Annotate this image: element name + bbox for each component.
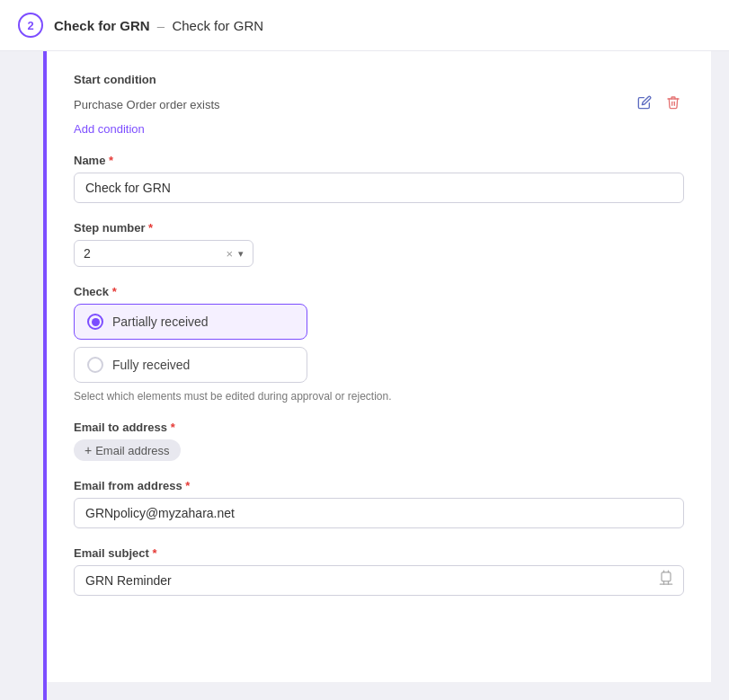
- email-to-label: Email to address *: [74, 421, 684, 434]
- email-tag-container: + Email address: [74, 439, 684, 461]
- email-from-label: Email from address *: [74, 479, 684, 492]
- check-required-star: *: [112, 285, 117, 298]
- radio-option-fully[interactable]: Fully received: [74, 347, 307, 383]
- email-subject-field-group: Email subject *: [74, 546, 684, 596]
- name-input[interactable]: [74, 173, 684, 203]
- step-number: 2: [27, 19, 33, 32]
- step-number-arrow[interactable]: ▾: [238, 248, 244, 260]
- title-separator: –: [157, 18, 164, 33]
- start-condition-label: Start condition: [74, 73, 684, 86]
- email-subject-label: Email subject *: [74, 546, 684, 560]
- email-from-input[interactable]: [74, 498, 684, 528]
- radio-options: Partially received Fully received: [74, 304, 684, 383]
- step-title-main: Check for GRN: [54, 18, 150, 33]
- step-number-field-group: Step number * 2 × ▾: [74, 221, 684, 267]
- condition-actions: [634, 92, 684, 117]
- email-from-required-star: *: [185, 479, 190, 492]
- check-field-label: Check *: [74, 285, 684, 298]
- page-container: 2 Check for GRN – Check for GRN Start co…: [0, 0, 729, 700]
- add-condition-link[interactable]: Add condition: [74, 122, 684, 136]
- step-number-controls: × ▾: [226, 247, 244, 261]
- radio-circle-fully: [87, 357, 103, 373]
- radio-label-fully: Fully received: [112, 358, 190, 372]
- name-field-label: Name *: [74, 154, 684, 167]
- email-subject-wrapper: [74, 565, 684, 596]
- email-from-field-group: Email from address *: [74, 479, 684, 528]
- delete-icon: [666, 95, 680, 113]
- name-field-group: Name *: [74, 154, 684, 203]
- email-tag-label: Email address: [95, 444, 169, 457]
- email-to-field-group: Email to address * + Email address: [74, 421, 684, 461]
- step-number-value: 2: [84, 246, 226, 261]
- step-number-field-label: Step number *: [74, 221, 684, 235]
- condition-text: Purchase Order order exists: [74, 98, 220, 111]
- email-subject-input[interactable]: [74, 565, 684, 596]
- radio-circle-partially: [87, 314, 103, 330]
- name-required-star: *: [109, 154, 113, 167]
- content-wrapper: Start condition Purchase Order order exi…: [0, 51, 729, 700]
- check-field-group: Check * Partially received Fully recei: [74, 285, 684, 403]
- radio-label-partially: Partially received: [112, 315, 209, 329]
- email-tag-plus-icon: +: [84, 443, 92, 457]
- stamp-icon: [657, 570, 675, 592]
- step-number-clear[interactable]: ×: [226, 247, 233, 261]
- step-header: 2 Check for GRN – Check for GRN: [0, 0, 729, 51]
- form-panel: Start condition Purchase Order order exi…: [47, 51, 711, 682]
- condition-row: Purchase Order order exists: [74, 92, 684, 117]
- edit-condition-button[interactable]: [634, 92, 655, 117]
- email-to-required-star: *: [171, 421, 175, 434]
- step-number-dropdown[interactable]: 2 × ▾: [74, 240, 253, 267]
- email-subject-required-star: *: [152, 546, 156, 560]
- delete-condition-button[interactable]: [662, 92, 684, 117]
- step-subtitle: Check for GRN: [172, 18, 263, 33]
- svg-rect-0: [662, 572, 671, 581]
- check-help-text: Select which elements must be edited dur…: [74, 390, 684, 403]
- step-number-circle: 2: [18, 13, 43, 38]
- email-address-tag[interactable]: + Email address: [74, 439, 181, 461]
- step-number-required-star: *: [148, 221, 153, 235]
- radio-option-partially[interactable]: Partially received: [74, 304, 307, 340]
- start-condition-section: Start condition Purchase Order order exi…: [74, 73, 684, 136]
- edit-icon: [637, 95, 652, 113]
- step-title: Check for GRN – Check for GRN: [54, 18, 263, 33]
- radio-inner-partially: [92, 318, 100, 326]
